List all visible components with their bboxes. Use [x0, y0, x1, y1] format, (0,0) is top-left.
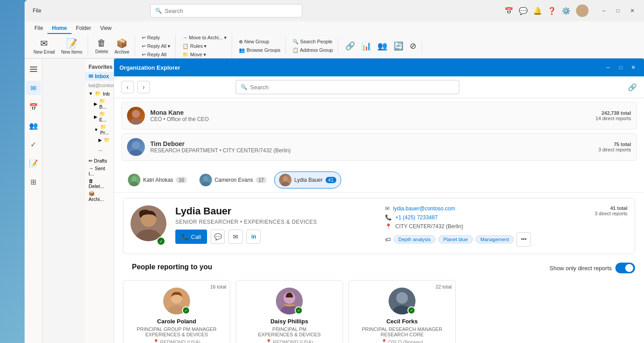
main-search-bar[interactable]: 🔍: [150, 4, 302, 17]
chat-action-button[interactable]: 💬: [211, 230, 225, 244]
email-action-button[interactable]: ✉: [229, 230, 243, 244]
close-button[interactable]: ✕: [626, 4, 639, 17]
tab-view[interactable]: View: [96, 23, 116, 34]
breadcrumb-cameron[interactable]: Cameron Evans 17: [195, 172, 271, 188]
tag-management[interactable]: Management: [475, 235, 514, 243]
apps-icon[interactable]: ⊞: [26, 175, 41, 189]
people-sidebar-icon[interactable]: 👥: [26, 118, 41, 133]
org-search-input[interactable]: [250, 84, 454, 91]
sidebar-inbox-folder[interactable]: ▼ 📁 Inbox: [85, 90, 114, 97]
archive-button[interactable]: 📦 Archive: [112, 36, 132, 56]
back-button[interactable]: ‹: [121, 81, 134, 93]
tag-planet[interactable]: Planet blue: [438, 235, 473, 243]
katri-bc-count: 16: [176, 177, 186, 183]
org-title: Organization Explorer: [119, 64, 603, 71]
org-maximize-button[interactable]: □: [615, 62, 626, 73]
new-email-button[interactable]: ✉ New Email: [31, 36, 58, 56]
new-items-icon: 📝: [66, 38, 77, 49]
tab-file[interactable]: File: [30, 23, 47, 34]
report-card-carole[interactable]: 16 total ✓: [123, 280, 230, 343]
tool4-button[interactable]: 🔄: [391, 39, 406, 53]
org-close-button[interactable]: ✕: [628, 62, 639, 73]
archive-folder[interactable]: 📦 Archi...: [85, 190, 114, 203]
folder-b[interactable]: ▶📁 B...: [85, 97, 114, 110]
tool2-button[interactable]: 📊: [359, 39, 374, 53]
daisy-location: 📍 REDMOND (USA): [242, 339, 337, 343]
sent-folder[interactable]: → Sent I...: [85, 165, 114, 177]
report-card-daisy[interactable]: ✓ Daisy Phillips PRINCIPAL PM EXPERIENCE…: [236, 280, 343, 343]
sidebar-item-inbox[interactable]: ✉ Inbox: [85, 72, 114, 81]
calendar-sidebar-icon[interactable]: 📅: [26, 100, 41, 114]
bell-icon[interactable]: 🔔: [533, 6, 542, 15]
new-items-button[interactable]: 📝 New Items: [59, 36, 85, 56]
forward-button[interactable]: ›: [137, 81, 150, 93]
direct-reports-toggle[interactable]: [615, 263, 635, 273]
minimize-button[interactable]: –: [597, 4, 610, 17]
org-minimize-button[interactable]: ─: [603, 62, 614, 73]
notes-icon[interactable]: 📝: [26, 156, 41, 170]
hamburger-menu[interactable]: [26, 62, 41, 76]
svg-point-8: [283, 176, 288, 181]
reply-all-button[interactable]: ↩ Reply All ▾: [140, 42, 173, 50]
toggle-thumb: [625, 264, 633, 272]
move-to-archive-button[interactable]: → Move to Archi... ▾: [180, 34, 229, 42]
delete-button[interactable]: 🗑 Delete: [93, 36, 111, 56]
move-button[interactable]: 📁 Move ▾: [180, 51, 229, 59]
tasks-icon[interactable]: ✓: [26, 137, 41, 151]
selected-person-title: SENIOR RESEARCHER • EXPERIENCES & DEVICE…: [175, 219, 376, 225]
drafts-folder[interactable]: ✏ Drafts: [85, 157, 114, 165]
folder-e[interactable]: ▶📁 E...: [85, 110, 114, 123]
linkedin-button[interactable]: in: [246, 230, 261, 244]
calendar-icon[interactable]: 📅: [504, 6, 513, 15]
settings-icon[interactable]: ⚙️: [562, 6, 571, 15]
deleted-folder[interactable]: 🗑 Delet...: [85, 177, 114, 190]
tools-group: 🔗 📊 👥 🔄 ⊘: [340, 39, 422, 53]
selected-person-name: Lydia Bauer: [175, 205, 376, 217]
cecil-name: Cecil Forks: [354, 318, 450, 325]
folder-sub[interactable]: ▶📁: [85, 136, 114, 144]
more-items[interactable]: ...: [85, 144, 114, 154]
reply-button[interactable]: ↩ Reply: [140, 34, 173, 42]
person-row-tim[interactable]: Tim Deboer RESEARCH DEPARTMENT • CITY CE…: [121, 133, 637, 161]
breadcrumb-lydia[interactable]: Lydia Bauer 41: [274, 172, 341, 188]
more-tags-button[interactable]: •••: [517, 232, 531, 247]
search-people-button[interactable]: 🔍 Search People: [290, 38, 335, 46]
new-group-button[interactable]: ⊕ New Group: [237, 38, 283, 46]
content-area: Organization Explorer ─ □ ✕ ‹ › 🔍 🔗: [114, 59, 644, 343]
mail-icon[interactable]: ✉: [26, 81, 41, 95]
mona-info: Mona Kane CEO • Office of the CEO: [150, 109, 596, 122]
contact-location-row: 📍 CITY CENTER/7432 (Berlin): [385, 223, 586, 230]
person-row-mona[interactable]: Mona Kane CEO • Office of the CEO 242,73…: [121, 102, 637, 130]
tool1-button[interactable]: 🔗: [343, 39, 358, 53]
reply-all-2-button[interactable]: ↩ Reply All: [140, 51, 173, 59]
breadcrumb-katri[interactable]: Katri Ahokas 16: [123, 172, 192, 188]
help-icon[interactable]: ❓: [547, 6, 556, 15]
contact-phone[interactable]: +1 (425) 7233487: [395, 214, 438, 221]
carole-role: PRINCIPAL GROUP PM MANAGER: [129, 326, 225, 332]
teams-button[interactable]: 👥: [375, 39, 390, 53]
user-avatar[interactable]: [576, 4, 589, 17]
bottom-content: People reporting to you Show only direct…: [114, 259, 644, 343]
tim-role: RESEARCH DEPARTMENT • CITY CENTER/7432 (…: [150, 147, 598, 154]
tab-home[interactable]: Home: [47, 23, 71, 34]
link-icon[interactable]: 🔗: [628, 83, 637, 92]
org-search-bar[interactable]: 🔍: [236, 80, 459, 94]
report-card-cecil[interactable]: 22 total ✓: [348, 280, 456, 343]
rules-button[interactable]: 📋 Rules ▾: [180, 42, 229, 50]
tab-folder[interactable]: Folder: [72, 23, 96, 34]
cecil-role: PRINCIPAL RESEARCH MANAGER: [354, 326, 450, 332]
phone-icon: 📞: [385, 214, 392, 221]
tag-depth[interactable]: Depth analysis: [394, 235, 436, 243]
tool5-button[interactable]: ⊘: [407, 39, 419, 53]
chat-icon[interactable]: 💬: [519, 6, 528, 15]
browse-groups-button[interactable]: 👥 Browse Groups: [237, 46, 283, 54]
tim-info: Tim Deboer RESEARCH DEPARTMENT • CITY CE…: [150, 140, 598, 154]
maximize-button[interactable]: □: [612, 4, 624, 17]
folder-pr[interactable]: ▼📁 Pr...: [85, 123, 114, 136]
main-search-input[interactable]: [165, 8, 297, 14]
menu-item-file[interactable]: File: [30, 7, 44, 15]
call-button[interactable]: 📞 Call: [175, 230, 207, 244]
address-group-button[interactable]: 📋 Address Group: [290, 46, 335, 54]
contact-email[interactable]: lydia.bauer@contoso.com: [393, 205, 455, 212]
cecil-location-text: OSLO (Norway): [388, 339, 423, 343]
